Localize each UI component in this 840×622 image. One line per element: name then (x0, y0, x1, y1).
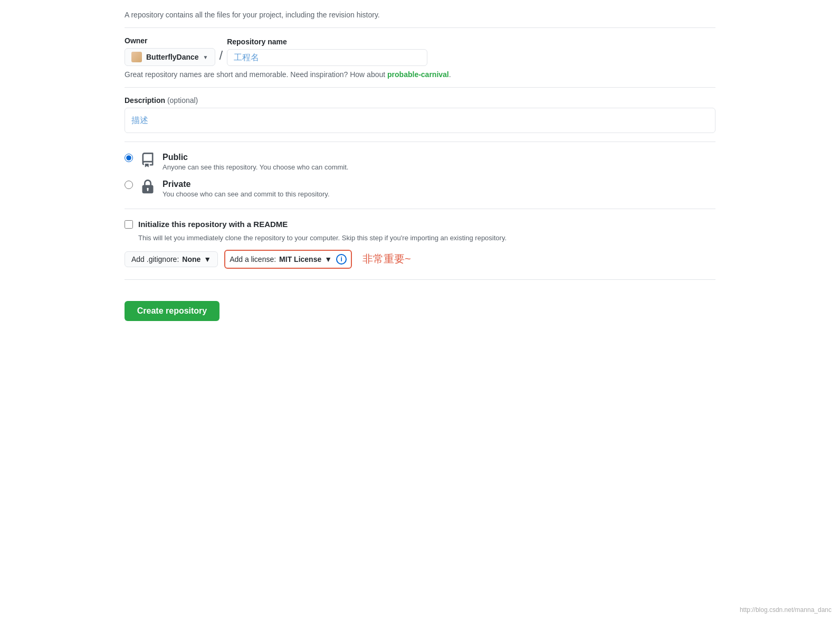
gitignore-arrow-icon: ▼ (204, 255, 211, 263)
important-annotation: 非常重要~ (362, 252, 411, 266)
visibility-divider (125, 142, 715, 142)
license-arrow-icon: ▼ (324, 255, 332, 263)
owner-dropdown[interactable]: ButterflyDance ▼ (125, 48, 215, 66)
public-desc: Anyone can see this repository. You choo… (163, 163, 348, 171)
private-repo-icon (139, 178, 156, 195)
license-container: Add a license: MIT License ▼ i (224, 250, 352, 269)
readme-label: Initialize this repository with a README (138, 220, 288, 229)
desc-divider (125, 87, 715, 88)
license-value: MIT License (279, 255, 321, 263)
owner-label: Owner (125, 36, 215, 45)
gitignore-dropdown[interactable]: Add .gitignore: None ▼ (125, 251, 218, 267)
bottom-divider (125, 279, 715, 280)
private-desc: You choose who can see and commit to thi… (163, 190, 330, 198)
public-option: Public Anyone can see this repository. Y… (125, 153, 715, 171)
public-title: Public (163, 153, 348, 162)
slash-separator: / (219, 48, 223, 66)
description-input[interactable] (125, 108, 715, 133)
page-description: A repository contains all the files for … (125, 11, 715, 19)
private-title: Private (163, 180, 330, 189)
description-label: Description (optional) (125, 96, 715, 105)
info-icon[interactable]: i (336, 254, 347, 265)
private-option: Private You choose who can see and commi… (125, 180, 715, 198)
repo-name-input[interactable] (227, 49, 427, 66)
private-radio[interactable] (125, 181, 133, 189)
suggestion-link[interactable]: probable-carnival (387, 70, 449, 79)
gitignore-value: None (182, 255, 201, 263)
repo-name-label: Repository name (227, 37, 427, 46)
license-dropdown[interactable]: Add a license: MIT License ▼ (230, 255, 332, 263)
suggestion-text: Great repository names are short and mem… (125, 70, 715, 79)
optional-badge: (optional) (167, 96, 198, 105)
owner-avatar (131, 52, 142, 62)
gitignore-label: Add .gitignore: (131, 255, 179, 263)
readme-desc: This will let you immediately clone the … (138, 233, 715, 243)
owner-name: ButterflyDance (146, 53, 199, 61)
init-divider (125, 209, 715, 209)
public-radio[interactable] (125, 154, 133, 162)
public-repo-icon (139, 152, 156, 168)
create-repository-button[interactable]: Create repository (125, 301, 219, 321)
dropdown-arrow-icon: ▼ (203, 54, 208, 60)
readme-checkbox[interactable] (125, 220, 133, 229)
license-label: Add a license: (230, 255, 276, 263)
top-divider (125, 27, 715, 28)
